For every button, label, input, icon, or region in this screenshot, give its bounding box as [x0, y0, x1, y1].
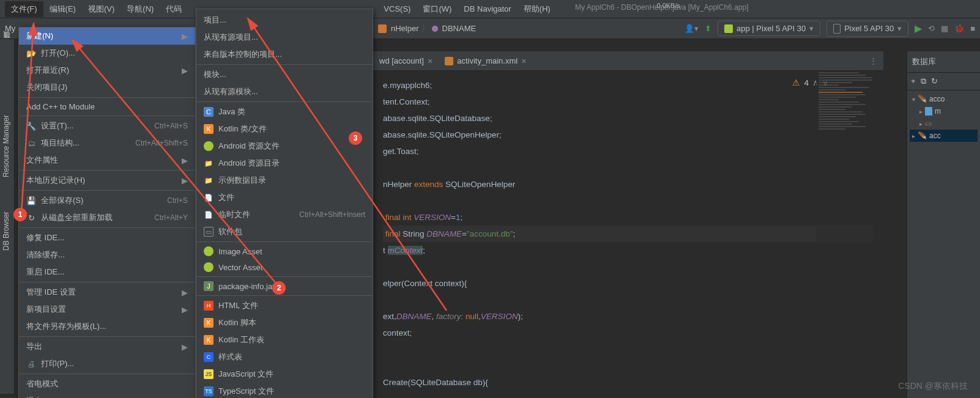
menu-exit[interactable]: 退出(X) [19, 392, 195, 398]
menu-vcs[interactable]: VCS(S) [377, 2, 417, 16]
menu-settings[interactable]: 🔧设置(T)... Ctrl+Alt+S [19, 117, 195, 135]
sub-kotlin-worksheet[interactable]: KKotlin 工作表 [196, 331, 373, 348]
menu-help[interactable]: 帮助(H) [518, 1, 557, 17]
menu-db-navigator[interactable]: DB Navigator [458, 2, 517, 16]
sub-kotlin-class[interactable]: KKotlin 类/文件 [196, 120, 373, 138]
menu-repair-ide[interactable]: 修复 IDE... [19, 229, 195, 246]
breadcrumb-class[interactable]: nHelper [391, 24, 419, 33]
user-icon[interactable]: 👤▾ [685, 24, 699, 33]
menu-export[interactable]: 导出▶ [19, 338, 195, 355]
menu-save-template[interactable]: 将文件另存为模板(L)... [19, 318, 195, 335]
sub-from-existing-module[interactable]: 从现有源模块... [196, 83, 373, 100]
menu-open[interactable]: 📂打开(O)... [19, 45, 195, 62]
xml-icon [445, 57, 453, 65]
menu-power-save[interactable]: 省电模式 [19, 375, 195, 392]
stop-button[interactable]: ■ [970, 24, 975, 33]
sub-stylesheet[interactable]: C样式表 [196, 348, 373, 366]
menu-reload-disk[interactable]: ↻从磁盘全部重新加载 Ctrl+Alt+Y [19, 209, 195, 226]
db-acc[interactable]: ▸🪶acc [910, 130, 978, 142]
menu-restart-ide[interactable]: 重启 IDE... [19, 263, 195, 281]
menu-window[interactable]: 窗口(W) [417, 1, 458, 17]
tab-account[interactable]: wd [account]× [373, 53, 439, 70]
menu-project-structure[interactable]: 🗂项目结构... Ctrl+Alt+Shift+S [19, 135, 195, 152]
menu-close-project[interactable]: 关闭项目(J) [19, 79, 195, 96]
network-stats: 0.0KB/s [656, 2, 680, 9]
duplicate-icon[interactable]: ⧉ [921, 76, 926, 86]
breadcrumb-field[interactable]: DBNAME [442, 24, 477, 33]
sync-icon[interactable]: ⬆ [705, 24, 711, 33]
menu-new-projects-settings[interactable]: 新项目设置▶ [19, 301, 195, 318]
editor-tabs: wd [account]× activity_main.xml× ⋮ [373, 51, 883, 71]
menu-new[interactable]: 新建(N)▶ [19, 28, 195, 45]
editor-area: wd [account]× activity_main.xml× ⋮ ⚠ 4 ∧… [373, 51, 883, 398]
profile-button[interactable]: ▦ [941, 24, 948, 33]
menu-local-history[interactable]: 本地历史记录(H)▶ [19, 172, 195, 189]
phone-icon [833, 24, 841, 34]
menu-add-cpp[interactable]: Add C++ to Module [19, 99, 195, 114]
sub-typescript[interactable]: TSTypeScript 文件 [196, 383, 373, 398]
sub-package[interactable]: ▭软件包 [196, 223, 373, 240]
tab-activity-main[interactable]: activity_main.xml× [439, 53, 532, 70]
sub-kotlin-script[interactable]: KKotlin 脚本 [196, 314, 373, 331]
sub-from-existing[interactable]: 从现有源项目... [196, 29, 373, 46]
database-panel-title: 数据库 [912, 56, 936, 67]
database-panel: 数据库 + ⧉ ↻ ▾🪶acco ▸m ▸▭ ▸🪶acc [907, 51, 980, 398]
rail-project[interactable]: 项目 [0, 39, 14, 49]
menu-navigate[interactable]: 导航(N) [121, 1, 160, 17]
database-tree: ▾🪶acco ▸m ▸▭ ▸🪶acc [907, 90, 980, 144]
file-menu-popup: 新建(N)▶ 📂打开(O)... 打开最近(R)▶ 关闭项目(J) Add C+… [18, 27, 196, 398]
menu-print[interactable]: 🖨打印(P)... [19, 355, 195, 372]
debug-button[interactable]: ⟲ [928, 24, 935, 33]
menu-open-recent[interactable]: 打开最近(R)▶ [19, 62, 195, 79]
sub-scratch[interactable]: 📄临时文件Ctrl+Alt+Shift+Insert [196, 206, 373, 223]
menu-manage-ide[interactable]: 管理 IDE 设置▶ [19, 284, 195, 301]
sub-html[interactable]: HHTML 文件 [196, 297, 373, 314]
warning-count: 4 [804, 75, 809, 91]
project-indicator: My [5, 24, 15, 33]
sub-vector-asset[interactable]: Vector Asset [196, 259, 373, 275]
code-editor[interactable]: ⚠ 4 ∧ ∨ e.myapplch6; tent.Context; abase… [373, 71, 883, 397]
sub-project[interactable]: 项目... [196, 12, 373, 29]
run-button[interactable]: ▶ [915, 23, 922, 34]
sub-file[interactable]: 📄文件 [196, 189, 373, 206]
annotation-1: 1 [13, 208, 27, 221]
close-icon[interactable]: × [428, 56, 432, 66]
sub-image-asset[interactable]: Image Asset [196, 243, 373, 259]
device-dropdown[interactable]: Pixel 5 API 30 ▾ [826, 21, 908, 37]
class-icon [378, 24, 387, 33]
bug-icon[interactable]: 🐞 [954, 24, 964, 33]
run-config-label: app | Pixel 5 API 30 [737, 24, 806, 33]
sub-from-vcs[interactable]: 来自版本控制的项目... [196, 46, 373, 63]
menu-edit[interactable]: 编辑(E) [43, 1, 82, 17]
refresh-icon[interactable]: ↻ [931, 76, 938, 86]
db-collations[interactable]: ▸▭ [910, 117, 978, 130]
device-label: Pixel 5 API 30 [844, 24, 894, 33]
sub-module[interactable]: 模块... [196, 66, 373, 83]
menu-code[interactable]: 代码 [160, 1, 188, 17]
watermark: CSDN @寒依科技 [898, 381, 968, 392]
menu-save-all[interactable]: 💾全部保存(S) Ctrl+S [19, 192, 195, 209]
db-root[interactable]: ▾🪶acco [910, 93, 978, 105]
rail-resource-manager[interactable]: Resource Manager [0, 110, 12, 182]
sub-java-class[interactable]: CJava 类 [196, 103, 373, 120]
sub-sample-data[interactable]: 📁示例数据目录 [196, 172, 373, 189]
editor-options[interactable]: ⋮ [869, 56, 883, 65]
sub-android-res-dir[interactable]: 📁Android 资源目录 [196, 155, 373, 172]
add-datasource-icon[interactable]: + [911, 76, 916, 86]
db-schema[interactable]: ▸m [910, 105, 978, 117]
field-icon [432, 26, 438, 32]
code-minimap[interactable] [816, 71, 883, 389]
menu-file-properties[interactable]: 文件属性▶ [19, 152, 195, 169]
menu-view[interactable]: 视图(V) [82, 1, 121, 17]
rail-db-browser[interactable]: DB Browser [0, 207, 12, 256]
sub-android-res-file[interactable]: Android 资源文件 [196, 138, 373, 155]
sub-javascript[interactable]: JSJavaScript 文件 [196, 366, 373, 383]
android-icon [724, 24, 733, 33]
warning-icon: ⚠ [792, 75, 800, 91]
close-icon[interactable]: × [521, 56, 526, 66]
menu-invalidate-cache[interactable]: 清除缓存... [19, 246, 195, 263]
menubar: 文件(F) 编辑(E) 视图(V) 导航(N) 代码 VCS(S) 窗口(W) … [0, 0, 980, 18]
annotation-2: 2 [272, 281, 286, 295]
run-config-dropdown[interactable]: app | Pixel 5 API 30 ▾ [718, 21, 820, 36]
menu-file[interactable]: 文件(F) [5, 1, 43, 17]
